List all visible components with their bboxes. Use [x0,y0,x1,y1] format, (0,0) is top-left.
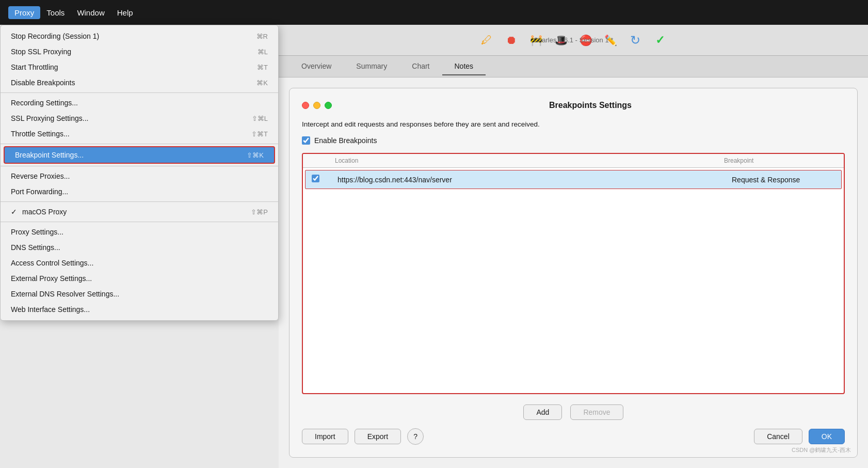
menu-item-ssl-proxying-settings[interactable]: SSL Proxying Settings... ⇧⌘L [1,111,278,126]
main-window: Charles 4.6.1 - Session 1 * 🖊 ⏺ 🚧 🎩 ⛔ ✏️… [279,25,868,468]
help-button[interactable]: ? [407,428,424,445]
dialog-description: Intercept and edit requests and response… [302,120,845,128]
enable-breakpoints-label: Enable Breakpoints [314,136,377,145]
tab-chart[interactable]: Chart [399,58,442,75]
menu-item-label: Throttle Settings... [11,130,70,138]
menu-item-external-dns[interactable]: External DNS Resolver Settings... [1,286,278,302]
menu-item-shortcut: ⇧⌘L [252,115,268,122]
menu-item-stop-recording[interactable]: Stop Recording (Session 1) ⌘R [1,28,278,44]
table-header: Location Breakpoint [303,154,844,168]
menu-item-label: Disable Breakpoints [11,79,75,87]
menu-item-label: Reverse Proxies... [11,172,70,180]
menu-item-shortcut: ⇧⌘K [247,151,264,159]
menu-item-label: Web Interface Settings... [11,305,90,314]
ok-button[interactable]: OK [809,429,845,444]
watermark: CSDN @鹤啸九天-西木 [792,446,851,454]
menu-item-label: Stop Recording (Session 1) [11,32,99,40]
content-area: Breakpoints Settings Intercept and edit … [279,77,868,468]
menu-item-external-proxy[interactable]: External Proxy Settings... [1,271,278,286]
menu-item-dns-settings[interactable]: DNS Settings... [1,240,278,255]
menu-item-label: Proxy Settings... [11,228,63,236]
separator-5 [1,222,278,222]
menubar: Proxy Tools Window Help [0,0,868,25]
menu-item-proxy-settings[interactable]: Proxy Settings... [1,224,278,240]
dialog-titlebar: Breakpoints Settings [302,101,845,110]
menubar-tools[interactable]: Tools [40,6,71,19]
row-checkbox[interactable] [312,175,319,182]
menu-item-stop-ssl[interactable]: Stop SSL Proxying ⌘L [1,44,278,59]
toolbar: Charles 4.6.1 - Session 1 * 🖊 ⏺ 🚧 🎩 ⛔ ✏️… [279,25,868,56]
menu-item-shortcut: ⌘L [258,48,268,56]
remove-button[interactable]: Remove [570,404,623,420]
menu-item-label: Access Control Settings... [11,259,93,267]
add-button[interactable]: Add [523,404,562,420]
add-remove-row: Add Remove [302,404,845,420]
action-row: Import Export ? Cancel OK [302,428,845,445]
menu-item-disable-breakpoints[interactable]: Disable Breakpoints ⌘K [1,75,278,90]
menu-item-access-control[interactable]: Access Control Settings... [1,255,278,271]
row-checkbox-cell[interactable] [312,175,337,184]
row-breakpoint: Request & Response [732,176,835,184]
tab-bar: Overview Summary Chart Notes [279,56,868,77]
traffic-light-green[interactable] [325,102,332,109]
proxy-dropdown-menu: Stop Recording (Session 1) ⌘R Stop SSL P… [0,25,279,321]
menu-item-macos-proxy[interactable]: ✓ macOS Proxy ⇧⌘P [1,204,278,220]
breakpoints-dialog: Breakpoints Settings Intercept and edit … [289,88,858,458]
cancel-button[interactable]: Cancel [754,429,802,444]
menu-item-shortcut: ⌘R [256,33,268,40]
checkmark-icon: ✓ [11,208,19,216]
traffic-light-yellow[interactable] [313,102,320,109]
menu-item-shortcut: ⇧⌘P [251,208,268,216]
separator-2 [1,144,278,144]
header-breakpoint: Breakpoint [724,157,838,164]
tab-summary[interactable]: Summary [344,58,399,75]
breakpoints-table: Location Breakpoint https://blog.csdn.ne… [302,153,845,394]
menu-item-breakpoint-settings[interactable]: Breakpoint Settings... ⇧⌘K [4,146,275,164]
menu-item-throttle-settings[interactable]: Throttle Settings... ⇧⌘T [1,126,278,142]
table-row[interactable]: https://blog.csdn.net:443/nav/server Req… [305,170,842,189]
menu-item-port-forwarding[interactable]: Port Forwarding... [1,184,278,199]
menu-item-label: DNS Settings... [11,243,60,252]
record-icon[interactable]: ⏺ [503,32,520,49]
enable-breakpoints-checkbox[interactable] [302,136,310,145]
separator-3 [1,166,278,166]
menu-item-label: External DNS Resolver Settings... [11,290,119,298]
export-button[interactable]: Export [355,429,401,444]
check-icon[interactable]: ✓ [652,32,668,49]
menubar-help[interactable]: Help [111,6,139,19]
dialog-title: Breakpoints Settings [336,101,845,110]
menu-item-label: Port Forwarding... [11,188,68,196]
menu-item-label: macOS Proxy [22,208,67,216]
tab-notes[interactable]: Notes [442,58,486,75]
action-row-right: Cancel OK [754,429,845,444]
menubar-window[interactable]: Window [71,6,110,19]
header-check [309,157,335,164]
menu-item-label: Breakpoint Settings... [15,151,84,159]
menu-item-label: Recording Settings... [11,99,78,107]
separator-1 [1,92,278,93]
row-location: https://blog.csdn.net:443/nav/server [337,176,732,184]
menu-item-reverse-proxies[interactable]: Reverse Proxies... [1,168,278,184]
menu-item-shortcut: ⌘T [257,64,268,71]
menu-item-web-interface[interactable]: Web Interface Settings... [1,302,278,317]
menu-item-label: SSL Proxying Settings... [11,114,88,122]
menu-item-shortcut: ⌘K [256,79,268,87]
menu-item-label: Start Throttling [11,63,58,71]
toolbar-title: Charles 4.6.1 - Session 1 * [534,36,614,44]
menu-item-start-throttling[interactable]: Start Throttling ⌘T [1,59,278,75]
separator-4 [1,201,278,202]
pointer-icon[interactable]: 🖊 [478,32,495,49]
tab-overview[interactable]: Overview [289,58,344,75]
traffic-light-red[interactable] [302,102,309,109]
menu-item-label: Stop SSL Proxying [11,48,71,56]
refresh-icon[interactable]: ↻ [627,32,644,49]
header-location: Location [335,157,724,164]
menu-item-label: External Proxy Settings... [11,274,92,283]
menu-item-recording-settings[interactable]: Recording Settings... [1,95,278,111]
import-button[interactable]: Import [302,429,348,444]
menubar-proxy[interactable]: Proxy [8,6,40,19]
menu-item-shortcut: ⇧⌘T [251,130,268,138]
enable-breakpoints-row: Enable Breakpoints [302,136,845,145]
